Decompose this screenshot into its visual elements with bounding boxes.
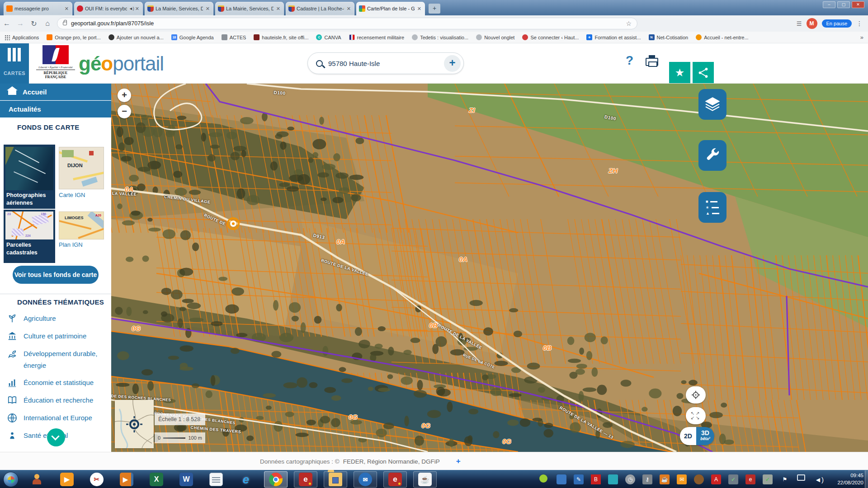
bookmark-item[interactable]: Ajouter un nouvel a... [108, 34, 164, 40]
legend-button[interactable]: ■ ∗ ▲ [698, 192, 726, 223]
url-omnibox[interactable]: geoportail.gouv.fr/plan/87075/isle ☆ [57, 18, 637, 29]
taskbar-app-notepad[interactable] [204, 471, 228, 488]
reading-list-icon[interactable]: ☰ [797, 20, 802, 27]
tab-close-icon[interactable]: ✕ [205, 6, 211, 12]
layers-button[interactable]: 3 [698, 89, 726, 120]
tray-java-update-icon[interactable]: ☕ [660, 474, 670, 484]
theme-item-museum[interactable]: Culture et patrimoine [7, 330, 86, 342]
bookmark-item[interactable]: CCANVA [316, 34, 341, 40]
back-icon[interactable]: ← [0, 19, 14, 28]
bookmark-item[interactable]: 18Google Agenda [171, 34, 214, 40]
tray-sage-tray-icon[interactable]: e [745, 474, 755, 484]
browser-tab[interactable]: La Mairie, Services, Démarches | L✕ [145, 2, 213, 15]
map-mode-toggle[interactable]: 2D 3Dbêta² [680, 427, 714, 445]
share-button[interactable] [693, 62, 714, 83]
forward-icon[interactable]: → [14, 19, 27, 28]
basemap-tile-carte-ign[interactable]: DIJON Carte IGN [59, 145, 104, 209]
tab-close-icon[interactable]: ✕ [64, 6, 70, 12]
search-input[interactable]: 95780 Haute-Isle + [307, 52, 464, 74]
taskbar-clock[interactable]: 09:45 22/08/2020 [837, 472, 863, 486]
mode-2d-button[interactable]: 2D [680, 427, 696, 445]
sidebar-expand-button[interactable] [47, 428, 65, 446]
tray-schedule-icon[interactable]: ◷ [625, 474, 635, 484]
favorites-star-button[interactable]: ★ [669, 62, 690, 83]
bookmarks-overflow-chevron[interactable]: » [860, 34, 863, 41]
sidebar-item-accueil[interactable]: Accueil [0, 84, 111, 100]
tab-close-icon[interactable]: ✕ [416, 6, 422, 12]
attribution-expand-button[interactable]: + [456, 457, 461, 466]
bookmark-item[interactable]: hauteisle.fr, site offi... [254, 34, 308, 40]
theme-item-hand-plant[interactable]: Développement durable,énergie [7, 348, 97, 371]
taskbar-app-excel[interactable]: X [145, 471, 168, 488]
basemap-tile-plan-ign[interactable]: LIMOGES A20 Plan IGN [59, 210, 104, 263]
overview-minimap[interactable] [115, 400, 154, 448]
tray-sync-user-icon[interactable]: ✎ [574, 474, 584, 484]
bookmark-item[interactable]: ACTES [222, 34, 246, 40]
taskbar-app-media-play[interactable]: ▶ [55, 471, 79, 488]
search-add-button[interactable]: + [444, 55, 461, 72]
taskbar-app-word[interactable]: W [175, 471, 198, 488]
help-button[interactable]: ? [626, 53, 633, 68]
bookmark-star-icon[interactable]: ☆ [626, 20, 632, 27]
taskbar-app-java[interactable]: ☕ [413, 471, 437, 488]
bookmark-item[interactable]: NNet-Cotisation [649, 34, 689, 40]
show-desktop-button[interactable] [865, 470, 868, 488]
bookmark-item[interactable]: recensement militaire [349, 34, 405, 40]
browser-tab[interactable]: Cadastre | La Roche-Guyon✕ [286, 2, 354, 15]
profile-avatar[interactable]: M [807, 18, 817, 29]
see-all-basemaps-button[interactable]: Voir tous les fonds de carte [13, 266, 99, 284]
mode-3d-button[interactable]: 3Dbêta² [696, 427, 714, 445]
print-icon[interactable] [646, 58, 658, 66]
theme-item-plant[interactable]: Agriculture [7, 313, 56, 324]
taskbar-app-contacts[interactable] [25, 471, 49, 488]
tab-audio-icon[interactable]: ◄) [129, 6, 134, 11]
tray-volume-icon[interactable]: ◄) [814, 474, 824, 484]
geolocate-button[interactable] [686, 386, 706, 404]
tray-green-status-icon[interactable] [539, 474, 547, 483]
bookmark-item[interactable]: Orange pro, le port... [47, 34, 101, 40]
attribution-sources[interactable]: FEDER, Région Normandie, DGFiP [343, 458, 440, 465]
taskbar-app-sage-e[interactable]: e [294, 471, 317, 488]
taskbar-app-thunderbird[interactable]: ✉ [354, 471, 377, 488]
tab-close-icon[interactable]: ✕ [134, 6, 140, 12]
browser-tab[interactable]: OUI FM: is everybody going◄)✕ [74, 2, 143, 15]
tray-printer-ok-icon[interactable]: ✓ [763, 474, 773, 484]
tools-button[interactable] [698, 140, 726, 171]
sidebar-item-actualites[interactable]: Actualités [0, 101, 111, 117]
tray-blue-app-icon[interactable] [557, 474, 566, 484]
theme-item-education[interactable]: Éducation et recherche [7, 394, 93, 406]
window-maximize-button[interactable]: ▢ [837, 1, 850, 8]
window-close-button[interactable]: ✕ [852, 1, 864, 8]
taskbar-app-media-player[interactable]: ▶ [115, 471, 138, 488]
theme-item-stats[interactable]: Économie et statistique [7, 377, 94, 389]
sync-paused-button[interactable]: En pause [822, 19, 852, 28]
bookmark-item[interactable]: Accueil - net-entre... [696, 34, 748, 40]
taskbar-app-chrome[interactable] [264, 471, 288, 488]
tab-close-icon[interactable]: ✕ [275, 6, 281, 12]
cartes-menu-button[interactable]: CARTES [0, 43, 29, 84]
search-value[interactable]: 95780 Haute-Isle [328, 60, 444, 67]
tab-close-icon[interactable]: ✕ [346, 6, 352, 12]
tray-cookie-icon[interactable] [694, 474, 704, 484]
geoportail-logo[interactable]: géoportail [79, 52, 164, 75]
map-viewport[interactable]: ZIZH0A0A0A0B0B0G0G0G0GD100D100LA VALLÉEC… [111, 84, 868, 452]
start-button[interactable] [3, 472, 19, 487]
taskbar-app-folder-save[interactable] [324, 471, 347, 488]
theme-item-globe[interactable]: International et Europe [7, 412, 92, 424]
basemap-tile-photographies-aeriennes[interactable]: Photographiesaériennes [4, 145, 55, 209]
taskbar-app-sage-e2[interactable]: e [383, 471, 407, 488]
browser-menu-icon[interactable]: ⋮ [856, 20, 863, 27]
bookmark-item[interactable]: ✈Formation et assist... [586, 34, 641, 40]
bookmark-item[interactable]: Applications [5, 35, 39, 40]
tray-mail-icon[interactable]: ✉ [677, 474, 687, 484]
taskbar-app-internet-explorer[interactable]: e [234, 471, 258, 488]
window-minimize-button[interactable]: – [823, 1, 835, 8]
tray-bitdefender-icon[interactable]: B [591, 474, 601, 484]
browser-tab[interactable]: La Mairie, Services, Démarches | L✕ [215, 2, 284, 15]
fullscreen-button[interactable]: ↖↗↙↘ [686, 407, 706, 424]
tray-usb-safe-icon[interactable]: ✓ [728, 474, 738, 484]
tray-alarm-icon[interactable]: A [711, 474, 721, 484]
tray-flag-icon[interactable]: ⚑ [780, 474, 790, 484]
reload-icon[interactable]: ↻ [27, 19, 41, 28]
url-text[interactable]: geoportail.gouv.fr/plan/87075/isle [71, 20, 154, 27]
